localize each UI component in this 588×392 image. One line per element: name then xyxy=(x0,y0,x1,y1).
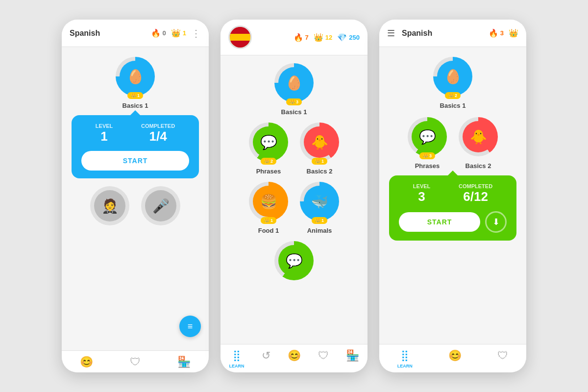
phone1-crown-value: 1 xyxy=(183,29,186,37)
phone-3: ☰ Spanish 🔥 3 👑 🥚 2 Basics 1 💬 3 xyxy=(379,20,526,372)
fire-icon-2: 🔥 xyxy=(294,33,303,42)
p2-animals-badge: 1 xyxy=(312,217,327,224)
nav-profile2[interactable]: 😊 xyxy=(288,349,301,368)
p3-start-button[interactable]: START xyxy=(399,212,480,232)
phone3-crown-stat: 👑 xyxy=(509,28,518,38)
p2-food1-lesson[interactable]: 🍔 1 Food 1 xyxy=(249,182,288,234)
p3-phrases-icon: 💬 xyxy=(412,121,443,152)
phone2-bottom-nav: ⣿ LEARN ↺ 😊 🛡 🏪 xyxy=(220,344,368,372)
nav-shield[interactable]: 🛡 xyxy=(130,356,141,368)
p3-level-stat: Level 3 xyxy=(413,183,430,204)
p3-level-label: Level xyxy=(413,183,430,189)
p2-basics1-lesson[interactable]: 🥚 3 Basics 1 xyxy=(274,63,314,116)
p2-partial-lesson[interactable]: 💬 xyxy=(274,241,314,280)
shield-icon-2: 🛡 xyxy=(318,349,329,362)
flag-red-bottom xyxy=(230,41,250,48)
p2-phrases-lesson[interactable]: 💬 2 Phrases xyxy=(249,122,288,175)
p2-basics2-circle: 🐥 1 xyxy=(300,122,339,162)
locked-lessons: 🤵 🎤 xyxy=(90,186,180,225)
p2-food1-label: Food 1 xyxy=(258,227,279,234)
p3-phrases-lesson[interactable]: 💬 3 Phrases xyxy=(408,117,447,170)
profile-icon: 😊 xyxy=(80,356,93,368)
phone1-fire-stat: 🔥 0 xyxy=(151,28,166,38)
nav-learn[interactable]: ⣿ LEARN xyxy=(229,349,245,368)
p2-animals-circle: 🐳 1 xyxy=(300,182,339,221)
p3-nav-profile[interactable]: 😊 xyxy=(448,349,462,368)
p2-animals-label: Animals xyxy=(307,227,332,234)
crown-icon: 👑 xyxy=(171,28,181,38)
shop-icon: 🏪 xyxy=(177,356,191,368)
phone2-fire-stat: 🔥 7 xyxy=(294,33,309,42)
p3-basics1-lesson[interactable]: 🥚 2 Basics 1 xyxy=(433,57,472,109)
phone2-gem-value: 250 xyxy=(349,34,360,41)
nav-practice[interactable]: ↺ xyxy=(262,349,270,368)
phone1-header: Spanish 🔥 0 👑 1 ⋮ xyxy=(62,20,209,47)
completed-value: 1/4 xyxy=(141,129,175,144)
p3-learn-icon: ⣿ xyxy=(401,349,409,362)
download-button[interactable]: ⬇ xyxy=(485,211,507,233)
phone3-fire-stat: 🔥 3 xyxy=(489,28,504,38)
p3-nav-learn[interactable]: ⣿ Learn xyxy=(397,349,413,368)
nav-shield2[interactable]: 🛡 xyxy=(318,349,329,368)
fire-icon: 🔥 xyxy=(151,28,161,38)
p2-basics2-badge: 1 xyxy=(312,158,327,165)
phone2-fire-value: 7 xyxy=(305,34,309,41)
phone2-gem-stat: 💎 250 xyxy=(337,33,360,42)
p2-basics2-label: Basics 2 xyxy=(307,168,333,175)
phone1-fire-value: 0 xyxy=(163,29,166,37)
p2-basics2-icon: 🐥 xyxy=(304,126,335,158)
phone3-bottom-nav: ⣿ Learn 😊 🛡 xyxy=(379,344,526,372)
p2-food1-icon: 🍔 xyxy=(253,186,284,217)
hamburger-icon[interactable]: ☰ xyxy=(387,28,395,39)
p3-basics1-circle: 🥚 2 xyxy=(433,57,472,96)
phone3-fire-value: 3 xyxy=(500,29,504,37)
p2-phrases-circle: 💬 2 xyxy=(249,122,288,162)
p3-phrases-badge: 3 xyxy=(419,152,435,159)
shield-icon: 🛡 xyxy=(130,356,141,368)
basics1-lesson[interactable]: 🥚 1 Basics 1 xyxy=(116,57,155,109)
locked-circle-1: 🤵 xyxy=(90,186,129,225)
nav-shop[interactable]: 🏪 xyxy=(177,356,191,368)
p2-partial-circle: 💬 xyxy=(274,241,314,280)
fab-button[interactable]: ≡ xyxy=(179,316,201,337)
basics1-label: Basics 1 xyxy=(122,102,148,109)
p3-basics2-lesson[interactable]: 🐥 Basics 2 xyxy=(459,117,498,170)
phone2-crown-value: 12 xyxy=(325,34,332,41)
practice-icon: ↺ xyxy=(262,349,270,362)
p3-lesson-row: 💬 3 Phrases 🐥 Basics 2 xyxy=(408,117,498,170)
p2-basics1-icon: 🥚 xyxy=(278,67,310,98)
p3-basics1-label: Basics 1 xyxy=(440,102,466,109)
phone2-body: 🥚 3 Basics 1 💬 2 Phrases 🐥 1 Basics 2 xyxy=(220,55,368,344)
crown-icon-2: 👑 xyxy=(314,33,323,42)
phone1-bottom-nav: 😊 🛡 🏪 xyxy=(62,350,209,372)
shop-icon-2: 🏪 xyxy=(346,349,359,362)
phone1-title: Spanish xyxy=(70,29,146,38)
p2-basics2-lesson[interactable]: 🐥 1 Basics 2 xyxy=(300,122,339,175)
nav-profile[interactable]: 😊 xyxy=(80,356,93,368)
p3-shield-icon: 🛡 xyxy=(497,349,508,362)
phone3-header: ☰ Spanish 🔥 3 👑 xyxy=(379,20,526,47)
p2-partial-icon: 💬 xyxy=(278,245,310,276)
menu-dots[interactable]: ⋮ xyxy=(191,27,201,39)
p3-phrases-label: Phrases xyxy=(415,162,440,170)
p3-completed-value: 6/12 xyxy=(459,189,492,204)
p3-completed-label: Completed xyxy=(459,183,492,189)
p2-phrases-label: Phrases xyxy=(256,168,281,175)
completed-stat: Completed 1/4 xyxy=(141,123,175,144)
p3-nav-shield[interactable]: 🛡 xyxy=(497,349,508,368)
p3-basics1-icon: 🥚 xyxy=(437,61,468,92)
learn-icon: ⣿ xyxy=(233,349,241,362)
spanish-flag xyxy=(228,25,252,49)
p2-phrases-badge: 2 xyxy=(261,158,276,165)
start-button[interactable]: START xyxy=(81,151,189,171)
p3-level-value: 3 xyxy=(413,189,430,204)
p3-basics2-circle: 🐥 xyxy=(459,117,498,156)
completed-label: Completed xyxy=(141,123,175,129)
phone3-popup: Level 3 Completed 6/12 START ⬇ xyxy=(389,175,516,241)
basics1-circle: 🥚 1 xyxy=(116,57,155,96)
p3-start-row: START ⬇ xyxy=(399,211,507,233)
p2-animals-lesson[interactable]: 🐳 1 Animals xyxy=(300,182,339,234)
basics1-badge: 1 xyxy=(127,92,143,99)
profile-icon-2: 😊 xyxy=(288,349,301,362)
nav-shop2[interactable]: 🏪 xyxy=(346,349,359,368)
